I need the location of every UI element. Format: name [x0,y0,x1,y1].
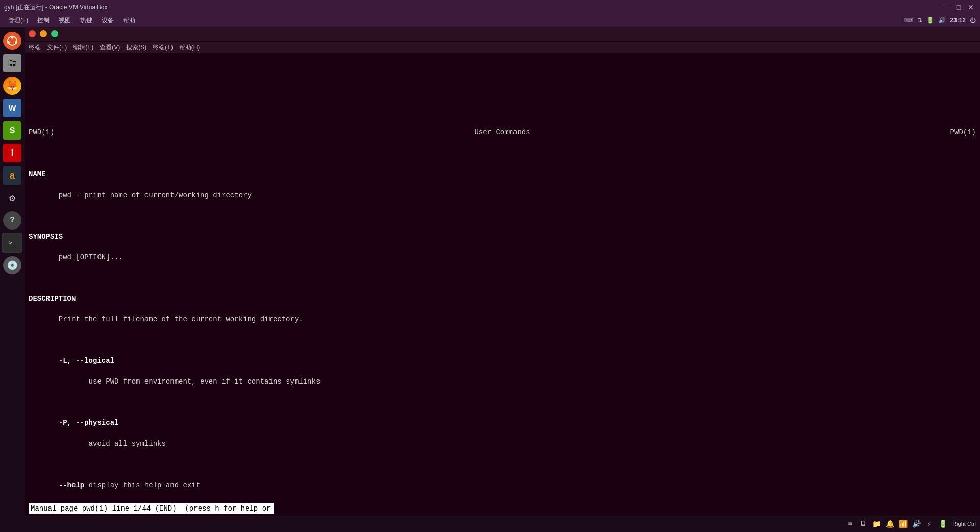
terminal-icon: >_ [9,239,16,246]
taskbar-label-rightctrl: Right Ctrl [952,521,976,527]
terminal-menu-terminal[interactable]: 终端 [29,43,41,52]
impress-icon: I [11,148,13,158]
taskbar-icon-4[interactable]: 🔔 [884,518,895,529]
titlebar-title: gyh [正在运行] - Oracle VM VirtualBox [4,3,108,12]
terminal-minimize-btn[interactable] [40,30,47,37]
sidebar-item-impress[interactable]: I [2,143,22,163]
power-icon[interactable]: ⏻ [970,17,976,24]
opt-p-desc: avoid all symlinks [29,440,166,448]
taskbar-icon-2[interactable]: 🖥 [857,518,869,529]
sidebar-item-files[interactable]: 🗂 [2,53,22,73]
synopsis-content: pwd [OPTION]... [29,253,123,261]
man-page-content: PWD(1) User Commands PWD(1) NAME pwd - p… [29,55,976,501]
sidebar-item-firefox[interactable]: 🦊 [2,75,22,96]
taskbar-icon-7[interactable]: ⚡ [924,518,935,529]
minimize-button[interactable]: — [941,2,951,12]
man-header-right: PWD(1) [950,127,976,137]
opt-l: -L, --logical [29,357,114,365]
synopsis-title: SYNOPSIS [29,233,63,241]
files-icon: 🗂 [7,57,17,69]
terminal-menu-term[interactable]: 终端(T) [153,43,173,52]
opt-p: -P, --physical [29,419,118,427]
sidebar-item-amazon[interactable]: a [2,165,22,186]
terminal-menu-file[interactable]: 文件(F) [47,43,67,52]
firefox-icon: 🦊 [7,80,18,91]
svg-point-2 [15,41,17,44]
clock: 23:12 [950,17,966,24]
titlebar-controls: — □ ✕ [941,2,976,12]
sidebar-item-writer[interactable]: W [2,98,22,118]
terminal-menubar: 终端 文件(F) 编辑(E) 查看(V) 搜索(S) 终端(T) 帮助(H) [24,42,980,53]
terminal-menu-view[interactable]: 查看(V) [100,43,120,52]
status-bar [24,501,980,516]
terminal-close-btn[interactable] [29,30,36,37]
svg-point-1 [11,36,14,39]
terminal-content: PWD(1) User Commands PWD(1) NAME pwd - p… [24,53,980,501]
status-input[interactable] [29,503,274,514]
sidebar-item-cd[interactable]: 💿 [2,255,22,275]
volume-icon: 🔊 [938,17,946,24]
menu-help[interactable]: 帮助 [119,15,139,26]
titlebar: gyh [正在运行] - Oracle VM VirtualBox — □ ✕ [0,0,980,14]
taskbar: ⌨ 🖥 📁 🔔 📶 🔊 ⚡ 🔋 Right Ctrl [0,516,980,532]
opt-help: --help display this help and exit [29,481,200,489]
man-header: PWD(1) User Commands PWD(1) [29,127,976,137]
terminal-menu-edit[interactable]: 编辑(E) [73,43,93,52]
taskbar-icon-3[interactable]: 📁 [871,518,882,529]
svg-point-3 [7,41,10,44]
keyboard-icon: ⌨ [904,17,913,24]
network-icon: ⇅ [917,17,922,24]
taskbar-icon-6[interactable]: 🔊 [911,518,922,529]
battery-icon: 🔋 [926,17,934,24]
terminal-maximize-btn[interactable] [51,30,58,37]
calc-icon: S [10,126,15,135]
menu-manage[interactable]: 管理(F) [4,15,32,26]
menu-hotkey[interactable]: 热键 [76,15,96,26]
amazon-icon: a [10,170,15,181]
taskbar-icon-1[interactable]: ⌨ [844,518,855,529]
terminal-menu-search[interactable]: 搜索(S) [126,43,146,52]
name-content: pwd - print name of current/working dire… [29,191,252,199]
close-button[interactable]: ✕ [966,2,976,12]
terminal-topbar [24,27,980,41]
maximize-button[interactable]: □ [953,2,964,12]
ubuntu-logo-icon [7,35,18,46]
description-title: DESCRIPTION [29,295,76,303]
main-area: 🗂 🦊 W S [0,27,980,516]
menu-control[interactable]: 控制 [33,15,54,26]
sidebar: 🗂 🦊 W S [0,27,24,516]
menu-view[interactable]: 视图 [55,15,75,26]
cd-icon: 💿 [7,260,18,271]
taskbar-icons: ⌨ 🖥 📁 🔔 📶 🔊 ⚡ 🔋 Right Ctrl [844,518,976,529]
sidebar-item-ubuntu[interactable] [2,31,22,51]
sidebar-item-terminal[interactable]: >_ [2,233,22,253]
taskbar-icon-8[interactable]: 🔋 [937,518,948,529]
menu-device[interactable]: 设备 [97,15,118,26]
man-header-left: PWD(1) [29,127,54,137]
sidebar-item-calc[interactable]: S [2,120,22,141]
man-header-center: User Commands [474,127,530,137]
help-icon: ? [10,216,15,225]
name-title: NAME [29,170,46,179]
taskbar-icon-5[interactable]: 📶 [897,518,909,529]
opt-l-desc: use PWD from environment, even if it con… [29,377,320,386]
settings-icon: ⚙ [9,192,15,205]
writer-icon: W [8,104,16,113]
sidebar-item-help[interactable]: ? [2,210,22,231]
terminal-menu-help[interactable]: 帮助(H) [179,43,200,52]
terminal-window: 终端 文件(F) 编辑(E) 查看(V) 搜索(S) 终端(T) 帮助(H) P… [24,27,980,516]
description-content: Print the full filename of the current w… [29,315,303,323]
sidebar-item-settings[interactable]: ⚙ [2,188,22,208]
os-menubar: 管理(F) 控制 视图 热键 设备 帮助 ⌨ ⇅ 🔋 🔊 23:12 ⏻ [0,14,980,27]
